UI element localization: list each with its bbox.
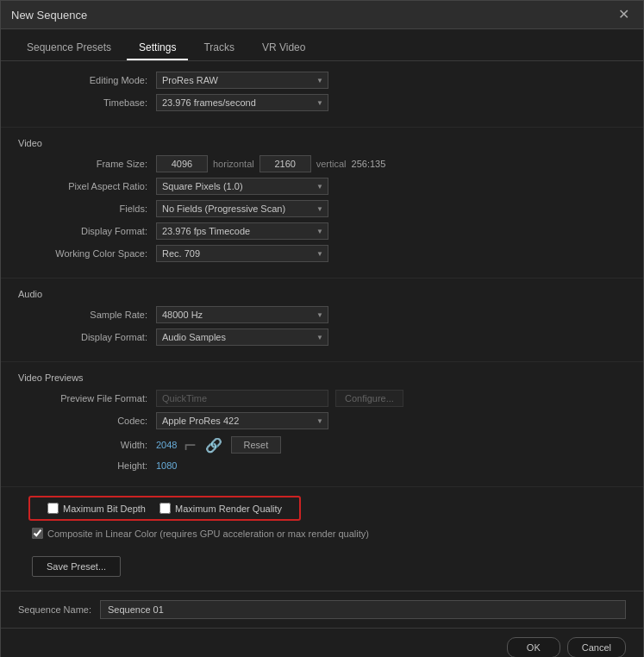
max-bit-depth-item: Maximum Bit Depth [47,503,146,514]
editing-mode-label: Editing Mode: [18,75,156,85]
codec-row: Codec: Apple ProRes 422 [18,412,626,429]
fields-label: Fields: [18,203,156,214]
frame-size-v-input[interactable] [259,155,311,172]
pixel-aspect-label: Pixel Aspect Ratio: [18,181,156,191]
audio-display-format-select[interactable]: Audio Samples [156,328,328,346]
codec-select-wrapper: Apple ProRes 422 [156,412,328,429]
editing-mode-section: Editing Mode: ProRes RAW Timebase: 23.97… [1,61,643,128]
fields-row: Fields: No Fields (Progressive Scan) [18,200,626,217]
tab-settings[interactable]: Settings [127,36,188,60]
display-format-select-wrapper: 23.976 fps Timecode [156,222,328,240]
vertical-label: vertical [316,159,347,169]
working-color-select-wrapper: Rec. 709 [156,245,328,262]
video-previews-label: Video Previews [18,372,626,383]
editing-mode-select[interactable]: ProRes RAW [156,72,328,89]
working-color-row: Working Color Space: Rec. 709 [18,245,626,262]
pixel-aspect-select-wrapper: Square Pixels (1.0) [156,178,328,195]
working-color-label: Working Color Space: [18,248,156,259]
close-button[interactable]: ✕ [615,8,633,22]
video-section: Video Frame Size: horizontal vertical 25… [1,128,643,278]
width-row: Width: 2048 ⌐ 🔗 Reset [18,435,626,455]
timebase-select[interactable]: 23.976 frames/second [156,94,328,111]
audio-display-format-label: Display Format: [18,332,156,342]
preview-file-format-row: Preview File Format: QuickTime Configure… [18,390,626,407]
audio-section-label: Audio [18,289,626,299]
composite-checkbox[interactable] [32,528,43,539]
timebase-field: 23.976 frames/second [156,94,626,111]
tab-vr-video[interactable]: VR Video [250,36,317,60]
sequence-name-row: Sequence Name: [1,591,643,628]
sample-rate-select[interactable]: 48000 Hz [156,306,328,323]
height-row: Height: 1080 [18,460,626,471]
sample-rate-row: Sample Rate: 48000 Hz [18,306,626,323]
bracket-icon: ⌐ [184,435,196,455]
preview-file-format-value: QuickTime [156,390,328,407]
dialog-content: Editing Mode: ProRes RAW Timebase: 23.97… [1,61,643,657]
configure-button[interactable]: Configure... [335,390,403,407]
width-label: Width: [18,440,156,450]
title-bar: New Sequence ✕ [1,1,643,29]
editing-mode-field: ProRes RAW [156,72,626,89]
display-format-row: Display Format: 23.976 fps Timecode [18,222,626,240]
frame-size-label: Frame Size: [18,159,156,169]
tab-tracks[interactable]: Tracks [191,36,247,60]
preview-file-format-label: Preview File Format: [18,393,156,404]
pixel-aspect-select[interactable]: Square Pixels (1.0) [156,178,328,195]
working-color-select[interactable]: Rec. 709 [156,245,328,262]
max-bit-depth-label: Maximum Bit Depth [63,504,146,514]
max-render-quality-checkbox[interactable] [159,503,171,514]
frame-size-row: Frame Size: horizontal vertical 256:135 [18,155,626,172]
editing-mode-row: Editing Mode: ProRes RAW [18,72,626,89]
checkboxes-container: Maximum Bit Depth Maximum Render Quality… [1,487,643,544]
width-value[interactable]: 2048 [156,440,177,450]
composite-row: Composite in Linear Color (requires GPU … [15,526,629,544]
bottom-bar: OK Cancel [1,628,643,657]
audio-display-format-select-wrapper: Audio Samples [156,328,328,346]
cancel-button[interactable]: Cancel [567,637,626,657]
audio-section: Audio Sample Rate: 48000 Hz Display Form… [1,278,643,362]
composite-label: Composite in Linear Color (requires GPU … [47,529,369,539]
horizontal-label: horizontal [213,159,254,169]
max-options-row: Maximum Bit Depth Maximum Render Quality [28,496,301,521]
sample-rate-label: Sample Rate: [18,310,156,320]
codec-select[interactable]: Apple ProRes 422 [156,412,328,429]
video-previews-section: Video Previews Preview File Format: Quic… [1,362,643,487]
fields-select-wrapper: No Fields (Progressive Scan) [156,200,328,217]
max-bit-depth-checkbox[interactable] [47,503,59,514]
ok-button[interactable]: OK [507,637,560,657]
new-sequence-dialog: New Sequence ✕ Sequence Presets Settings… [0,0,644,657]
tab-sequence-presets[interactable]: Sequence Presets [15,36,123,60]
timebase-label: Timebase: [18,97,156,108]
height-value[interactable]: 1080 [156,460,177,471]
pixel-aspect-row: Pixel Aspect Ratio: Square Pixels (1.0) [18,178,626,195]
audio-display-format-row: Display Format: Audio Samples [18,328,626,346]
link-icon[interactable]: 🔗 [205,437,222,454]
max-render-quality-item: Maximum Render Quality [159,503,282,514]
height-label: Height: [18,460,156,471]
sample-rate-select-wrapper: 48000 Hz [156,306,328,323]
editing-mode-select-wrapper: ProRes RAW [156,72,328,89]
aspect-ratio: 256:135 [352,159,386,169]
frame-size-inputs: horizontal vertical 256:135 [156,155,385,172]
sequence-name-input[interactable] [100,600,626,619]
display-format-label: Display Format: [18,226,156,236]
timebase-row: Timebase: 23.976 frames/second [18,94,626,111]
sequence-name-label: Sequence Name: [18,604,91,615]
dialog-title: New Sequence [11,9,87,22]
reset-area: ⌐ 🔗 Reset [184,435,281,455]
fields-select[interactable]: No Fields (Progressive Scan) [156,200,328,217]
save-preset-container: Save Preset... [1,544,643,591]
codec-label: Codec: [18,416,156,426]
video-section-label: Video [18,138,626,148]
frame-size-h-input[interactable] [156,155,208,172]
max-render-quality-label: Maximum Render Quality [175,504,282,514]
timebase-select-wrapper: 23.976 frames/second [156,94,328,111]
tab-bar: Sequence Presets Settings Tracks VR Vide… [1,29,643,61]
reset-button[interactable]: Reset [231,436,282,454]
display-format-select[interactable]: 23.976 fps Timecode [156,222,328,240]
save-preset-button[interactable]: Save Preset... [32,556,121,577]
